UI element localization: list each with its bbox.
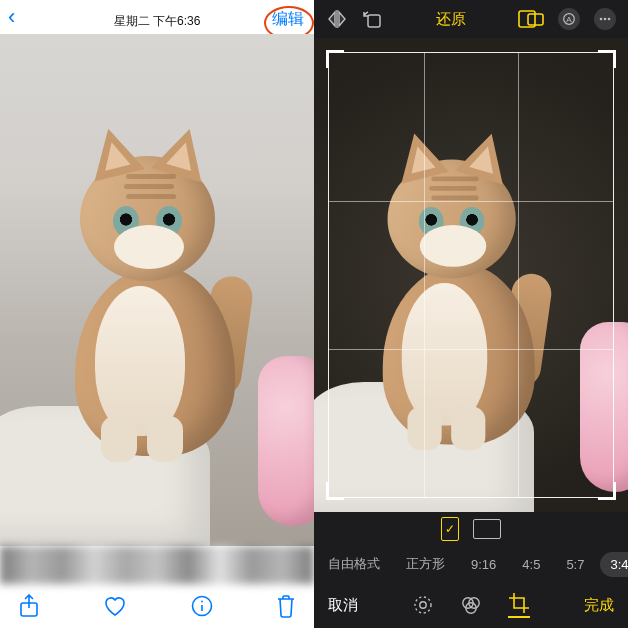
done-button[interactable]: 完成 <box>584 596 614 615</box>
viewer-toolbar <box>0 584 314 628</box>
filters-icon[interactable] <box>460 594 482 616</box>
crop-handle-bl[interactable] <box>326 482 344 500</box>
editor-header: 还原 A <box>314 0 628 38</box>
crop-frame[interactable] <box>328 52 614 498</box>
ratio-square[interactable]: 正方形 <box>396 550 455 578</box>
photo-editor-screen: 还原 A <box>314 0 628 628</box>
svg-text:A: A <box>566 15 572 24</box>
ratio-3-4[interactable]: 3:4 <box>600 552 628 577</box>
thumbnail-strip[interactable] <box>0 546 314 584</box>
share-icon[interactable] <box>18 594 40 618</box>
crop-handle-tr[interactable] <box>598 50 616 68</box>
crop-handle-br[interactable] <box>598 482 616 500</box>
ratio-freeform[interactable]: 自由格式 <box>318 550 390 578</box>
photo-canvas[interactable] <box>0 34 314 546</box>
revert-button[interactable]: 还原 <box>436 10 466 29</box>
photo-datetime: 星期二 下午6:36 <box>114 13 201 30</box>
flip-horizontal-icon[interactable] <box>326 10 348 28</box>
heart-icon[interactable] <box>103 595 127 617</box>
svg-point-9 <box>604 18 607 21</box>
rotate-icon[interactable] <box>362 9 384 29</box>
photo-viewer-screen: ‹ 星期二 下午6:36 编辑 RAW <box>0 0 314 628</box>
back-chevron-icon[interactable]: ‹ <box>8 4 15 30</box>
crop-icon[interactable] <box>508 592 530 618</box>
trash-icon[interactable] <box>276 594 296 618</box>
editor-toolbar: 取消 完成 <box>314 582 628 628</box>
ratio-9-16[interactable]: 9:16 <box>461 552 506 577</box>
ratio-5-7[interactable]: 5:7 <box>556 552 594 577</box>
orientation-toggle: ✓ <box>314 512 628 546</box>
aspect-ratio-list[interactable]: 自由格式 正方形 9:16 4:5 5:7 3:4 3:5 2:3 <box>314 546 628 582</box>
viewer-header: ‹ 星期二 下午6:36 编辑 <box>0 0 314 34</box>
photo-content <box>0 34 314 546</box>
svg-point-12 <box>420 602 426 608</box>
crop-canvas[interactable] <box>314 38 628 512</box>
adjust-dial-icon[interactable] <box>412 594 434 616</box>
svg-point-10 <box>608 18 611 21</box>
ellipsis-circle-icon[interactable] <box>594 8 616 30</box>
ratio-4-5[interactable]: 4:5 <box>512 552 550 577</box>
orientation-portrait[interactable]: ✓ <box>441 517 459 541</box>
svg-point-8 <box>600 18 603 21</box>
svg-point-11 <box>415 597 431 613</box>
info-icon[interactable] <box>191 595 213 617</box>
crop-handle-tl[interactable] <box>326 50 344 68</box>
cancel-button[interactable]: 取消 <box>328 596 358 615</box>
aspect-preset-icon[interactable] <box>518 10 544 28</box>
markup-circle-icon[interactable]: A <box>558 8 580 30</box>
orientation-landscape[interactable] <box>473 519 501 539</box>
svg-point-2 <box>201 601 203 603</box>
svg-rect-3 <box>368 15 380 27</box>
